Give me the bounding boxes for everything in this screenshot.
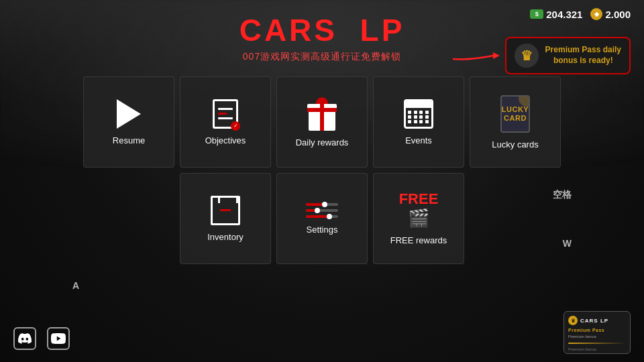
inventory-button[interactable]: Inventory (180, 173, 271, 264)
gems-value: 2.000 (605, 9, 631, 20)
gem-icon: ◆ (590, 8, 602, 20)
events-button[interactable]: Events (373, 76, 464, 168)
coins-value: 204.321 (546, 9, 582, 20)
events-label: Events (405, 135, 432, 145)
key-hint-w: W (563, 238, 572, 249)
key-hint-space: 空格 (553, 189, 572, 201)
coin-icon: $ (530, 9, 543, 19)
settings-icon (306, 203, 338, 218)
coins-display: $ 204.321 (530, 9, 582, 20)
arrow-pointer (449, 46, 503, 68)
inventory-label: Inventory (207, 232, 243, 242)
inventory-icon (211, 196, 240, 225)
premium-card-brand: CARS LP (580, 318, 608, 324)
gems-display: ◆ 2.000 (590, 8, 631, 20)
premium-card-extra: Premium bonus (568, 347, 626, 351)
lucky-cards-label: Lucky cards (492, 139, 538, 149)
premium-notification-text: Premium Pass dailybonus is ready! (545, 45, 621, 66)
youtube-button[interactable] (47, 327, 70, 350)
premium-notification[interactable]: ♛ Premium Pass dailybonus is ready! (505, 37, 631, 74)
daily-rewards-label: Daily rewards (296, 137, 349, 147)
film-reel-icon: 🎬 (408, 208, 429, 229)
premium-card-thumbnail: ♛ CARS LP Premium Pass Premium bonus Pre… (564, 311, 631, 354)
free-text: FREE (399, 192, 439, 206)
free-rewards-label: FREE rewards (390, 235, 447, 245)
key-hint-a: A (72, 280, 79, 291)
free-rewards-button[interactable]: FREE 🎬 FREE rewards (373, 173, 464, 264)
premium-card-logo: ♛ CARS LP (568, 316, 626, 325)
premium-crown-icon: ♛ (515, 44, 539, 68)
objectives-label: Objectives (205, 135, 246, 145)
premium-card-title: Premium Pass (568, 328, 626, 333)
daily-rewards-button[interactable]: Daily rewards (276, 76, 368, 168)
resume-label: Resume (113, 135, 145, 145)
settings-button[interactable]: Settings (276, 173, 368, 264)
free-rewards-icon: FREE 🎬 (399, 192, 439, 229)
grid-row-1: Resume ✓ Objectives (83, 76, 561, 168)
lucky-cards-button[interactable]: LUCKYCARD Lucky cards (470, 76, 561, 168)
grid-row-2: Inventory (180, 173, 464, 264)
logo-text-white: CARS (239, 13, 337, 48)
currency-bar: $ 204.321 ◆ 2.000 (530, 8, 631, 20)
main-grid: Resume ✓ Objectives (0, 76, 644, 264)
gift-icon (305, 97, 339, 131)
lucky-card-icon: LUCKYCARD (500, 95, 530, 133)
resume-button[interactable]: Resume (83, 76, 174, 168)
objectives-icon: ✓ (213, 99, 238, 129)
social-bar (13, 327, 70, 350)
discord-button[interactable] (13, 327, 36, 350)
premium-card-divider (568, 343, 626, 344)
objectives-button[interactable]: ✓ Objectives (180, 76, 271, 168)
premium-card-subtitle: Premium bonus (568, 335, 626, 339)
calendar-icon (404, 99, 433, 129)
logo-text-red: LP (360, 13, 405, 48)
svg-marker-0 (493, 52, 500, 59)
play-icon (117, 99, 141, 129)
settings-label: Settings (307, 225, 338, 235)
